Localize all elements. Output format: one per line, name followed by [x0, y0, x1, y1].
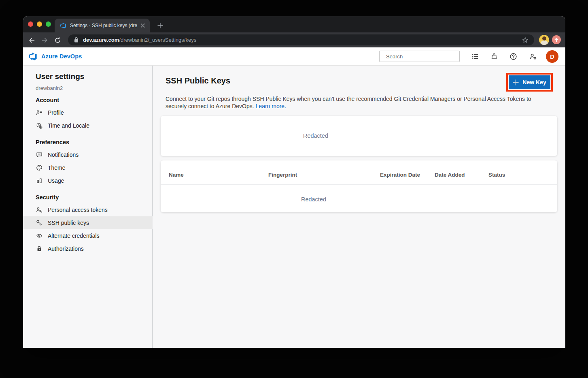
task-list-icon [471, 53, 479, 60]
page-content: User settings drewbanin2 Account Profile… [23, 66, 565, 348]
app-header: Azure DevOps [23, 47, 565, 66]
lock-icon [74, 37, 79, 43]
azure-devops-favicon [60, 22, 66, 29]
avatar-body-shape [541, 41, 548, 45]
url-domain: dev.azure.com [83, 37, 119, 43]
new-key-button-label: New Key [522, 79, 546, 85]
brand-title: Azure DevOps [41, 53, 82, 60]
task-list-button[interactable] [468, 50, 481, 63]
marketplace-button[interactable] [488, 50, 501, 63]
page-description: Connect to your Git repos through SSH Pu… [166, 95, 549, 110]
sidebar-item-label: Authorizations [48, 246, 84, 252]
shopping-bag-icon [490, 53, 498, 60]
column-header-fingerprint: Fingerprint [268, 172, 297, 178]
azure-devops-logo [28, 52, 37, 61]
sidebar-item-label: Usage [48, 177, 64, 184]
notifications-icon [36, 152, 42, 158]
user-gear-icon [529, 53, 537, 60]
browser-toolbar: dev.azure.com/drewbanin2/_usersSettings/… [23, 32, 565, 47]
avatar-head-shape [542, 36, 546, 41]
back-arrow-icon [28, 37, 35, 44]
reload-button[interactable] [53, 35, 62, 45]
chrome-update-badge[interactable] [552, 35, 561, 44]
section-security: Security [36, 194, 152, 201]
column-header-name: Name [169, 172, 184, 178]
azure-devops-home-link[interactable]: Azure DevOps [28, 47, 82, 65]
sidebar-item-label: SSH public keys [48, 220, 89, 226]
maximize-window-button[interactable] [46, 21, 51, 27]
table-header-divider [161, 184, 557, 185]
plus-icon [513, 79, 519, 85]
sidebar-title: User settings [36, 72, 152, 81]
sidebar-subtitle: drewbanin2 [36, 85, 152, 91]
help-button[interactable] [507, 50, 520, 63]
help-icon [509, 53, 517, 60]
sidebar-item-theme[interactable]: Theme [23, 161, 153, 174]
section-account: Account [36, 97, 152, 103]
eye-icon [36, 233, 42, 239]
annotation-highlight-box: New Key [506, 73, 553, 92]
sidebar-item-label: Personal access tokens [48, 207, 108, 213]
token-icon [36, 207, 42, 213]
reload-icon [54, 37, 61, 44]
column-header-status: Status [488, 172, 505, 178]
browser-tab-bar: Settings · SSH public keys (dre [23, 16, 565, 32]
traffic-lights [28, 21, 51, 27]
user-settings-button[interactable] [526, 50, 539, 63]
new-tab-button[interactable] [155, 20, 166, 31]
sidebar-item-time-and-locale[interactable]: Time and Locale [23, 119, 153, 132]
sidebar-item-label: Theme [48, 164, 66, 171]
url-text: dev.azure.com/drewbanin2/_usersSettings/… [83, 37, 521, 43]
usage-icon [36, 177, 42, 184]
ssh-keys-table-card: Name Fingerprint Expiration Date Date Ad… [161, 160, 557, 212]
close-window-button[interactable] [28, 21, 33, 27]
redacted-placeholder: Redacted [161, 132, 471, 139]
sidebar-item-label: Alternate credentials [48, 233, 100, 239]
column-header-expiration-date: Expiration Date [380, 172, 420, 178]
sidebar-item-profile[interactable]: Profile [23, 106, 153, 119]
sidebar-item-label: Profile [48, 109, 64, 116]
new-key-button[interactable]: New Key [509, 75, 550, 89]
lock-icon [36, 246, 42, 252]
sidebar-item-label: Notifications [48, 152, 79, 158]
forward-arrow-icon [41, 37, 48, 44]
address-bar[interactable]: dev.azure.com/drewbanin2/_usersSettings/… [68, 34, 534, 45]
redacted-placeholder: Redacted [161, 196, 467, 203]
learn-more-link[interactable]: Learn more. [256, 103, 286, 109]
back-button[interactable] [27, 35, 36, 45]
sidebar-item-ssh-public-keys[interactable]: SSH public keys [23, 216, 153, 229]
time-locale-icon [36, 122, 42, 129]
url-path: /drewbanin2/_usersSettings/keys [119, 37, 196, 43]
avatar-initial: D [550, 53, 554, 60]
sidebar-item-authorizations[interactable]: Authorizations [23, 242, 153, 255]
minimize-window-button[interactable] [37, 21, 42, 27]
redacted-banner-card: Redacted [161, 116, 557, 156]
page-title: SSH Public Keys [166, 76, 230, 85]
search-box[interactable] [379, 51, 460, 62]
tab-title: Settings · SSH public keys (dre [70, 23, 139, 28]
up-arrow-icon [554, 38, 558, 42]
main-panel: SSH Public Keys New Key Connect to your … [153, 66, 565, 348]
sidebar-item-personal-access-tokens[interactable]: Personal access tokens [23, 203, 153, 216]
sidebar-item-label: Time and Locale [48, 122, 89, 129]
column-header-date-added: Date Added [435, 172, 465, 178]
sidebar-item-usage[interactable]: Usage [23, 174, 153, 187]
key-icon [36, 220, 42, 226]
section-preferences: Preferences [36, 139, 152, 145]
chrome-profile-avatar[interactable] [539, 35, 549, 45]
profile-icon [36, 109, 42, 116]
description-text: Connect to your Git repos through SSH Pu… [166, 96, 531, 109]
user-avatar[interactable]: D [546, 50, 558, 63]
browser-tab[interactable]: Settings · SSH public keys (dre [55, 19, 150, 32]
plus-icon [157, 23, 163, 28]
settings-sidebar: User settings drewbanin2 Account Profile… [23, 66, 153, 348]
forward-button[interactable] [40, 35, 49, 45]
sidebar-item-alternate-credentials[interactable]: Alternate credentials [23, 229, 153, 242]
bookmark-star-icon[interactable] [521, 36, 529, 44]
search-input[interactable] [386, 53, 457, 60]
sidebar-item-notifications[interactable]: Notifications [23, 148, 153, 161]
close-tab-icon[interactable] [139, 22, 146, 29]
theme-icon [36, 164, 42, 171]
browser-window: Settings · SSH public keys (dre dev.azur… [23, 16, 565, 348]
